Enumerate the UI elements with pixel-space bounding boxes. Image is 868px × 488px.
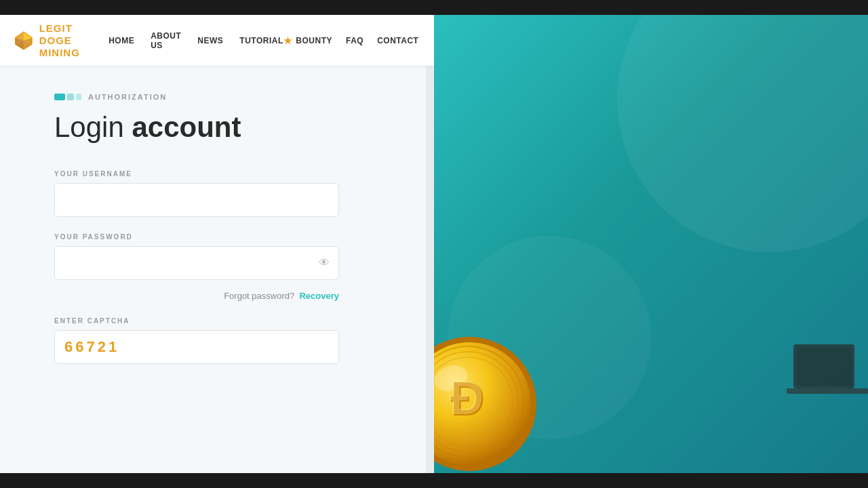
svg-rect-16 xyxy=(796,347,852,386)
captcha-label: ENTER CAPTCHA xyxy=(54,317,339,325)
nav-bounty[interactable]: ★ BOUNTY xyxy=(283,35,332,46)
login-form: YOUR USERNAME YOUR PASSWORD 👁 Forgot pas… xyxy=(54,170,339,364)
svg-rect-17 xyxy=(787,388,868,394)
navbar: LEGIT DOGE MINING HOME ABOUT US NEWS TUT… xyxy=(0,15,434,66)
svg-text:Ð: Ð xyxy=(450,371,484,424)
auth-bar-1 xyxy=(54,94,65,100)
auth-bar-3 xyxy=(76,94,81,100)
password-wrapper: 👁 xyxy=(54,246,339,280)
scrollbar[interactable] xyxy=(426,15,434,473)
logo-text: LEGIT DOGE MINING xyxy=(39,22,88,59)
star-icon: ★ xyxy=(283,35,293,46)
forgot-row: Forgot password? Recovery xyxy=(54,291,339,301)
content-area: AUTHORIZATION Login account YOUR USERNAM… xyxy=(0,66,434,473)
page-wrapper: LEGIT DOGE MINING HOME ABOUT US NEWS TUT… xyxy=(0,15,868,473)
doge-coin: Ð Ð xyxy=(434,324,542,473)
bottom-bar xyxy=(0,473,868,488)
username-input[interactable] xyxy=(54,183,339,217)
left-panel: LEGIT DOGE MINING HOME ABOUT US NEWS TUT… xyxy=(0,15,434,473)
navbar-left: LEGIT DOGE MINING HOME ABOUT US NEWS TUT… xyxy=(0,22,283,59)
nav-news[interactable]: NEWS xyxy=(197,36,223,45)
page-title: Login account xyxy=(54,112,380,143)
auth-bar-2 xyxy=(67,94,74,100)
password-label: YOUR PASSWORD xyxy=(54,233,339,241)
navbar-right: ★ BOUNTY FAQ CONTACT ⏎ Log In Sign Up xyxy=(283,23,434,58)
eye-icon[interactable]: 👁 xyxy=(319,257,330,269)
nav-home[interactable]: HOME xyxy=(108,36,134,45)
laptop-partial xyxy=(787,338,868,473)
top-bar xyxy=(0,0,868,15)
recovery-link[interactable]: Recovery xyxy=(299,291,339,301)
right-panel: Ð Ð xyxy=(434,15,868,473)
nav-tutorial[interactable]: TUTORIAL xyxy=(239,36,283,45)
nav-contact[interactable]: CONTACT xyxy=(377,36,418,45)
nav-links-left: HOME ABOUT US NEWS TUTORIAL xyxy=(108,31,283,50)
bg-circle-1 xyxy=(617,15,868,252)
auth-bars xyxy=(54,94,81,100)
username-label: YOUR USERNAME xyxy=(54,170,339,178)
nav-faq[interactable]: FAQ xyxy=(346,36,363,45)
captcha-input[interactable] xyxy=(54,330,339,364)
nav-links-right: ★ BOUNTY FAQ CONTACT xyxy=(283,35,419,46)
nav-about[interactable]: ABOUT US xyxy=(151,31,181,50)
auth-label: AUTHORIZATION xyxy=(54,93,380,101)
forgot-text: Forgot password? xyxy=(224,291,294,301)
logo-icon xyxy=(14,26,34,55)
password-input[interactable] xyxy=(54,246,339,280)
logo[interactable]: LEGIT DOGE MINING xyxy=(14,22,88,59)
auth-section-label: AUTHORIZATION xyxy=(88,93,167,101)
